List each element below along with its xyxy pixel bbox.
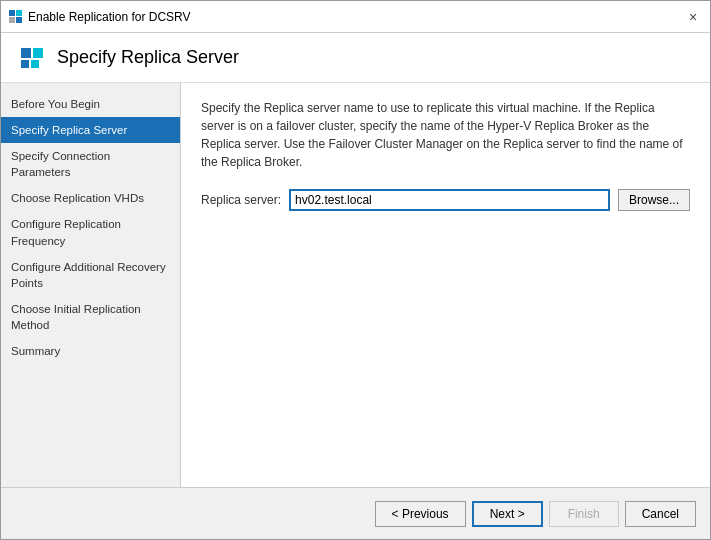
app-icon [9, 10, 22, 23]
title-bar-text: Enable Replication for DCSRV [28, 10, 191, 24]
title-bar: Enable Replication for DCSRV × [1, 1, 710, 33]
page-title: Specify Replica Server [57, 47, 239, 68]
dialog-body: Before You Begin Specify Replica Server … [1, 83, 710, 487]
title-bar-left: Enable Replication for DCSRV [9, 10, 191, 24]
replica-server-label: Replica server: [201, 193, 281, 207]
header-icon [21, 48, 43, 68]
replica-server-row: Replica server: Browse... [201, 189, 690, 211]
sidebar-item-configure-replication-frequency[interactable]: Configure Replication Frequency [1, 211, 180, 253]
cancel-button[interactable]: Cancel [625, 501, 696, 527]
close-button[interactable]: × [684, 8, 702, 26]
sidebar-item-specify-replica-server[interactable]: Specify Replica Server [1, 117, 180, 143]
next-button[interactable]: Next > [472, 501, 543, 527]
previous-button[interactable]: < Previous [375, 501, 466, 527]
sidebar-item-before-you-begin[interactable]: Before You Begin [1, 91, 180, 117]
dialog-header: Specify Replica Server [1, 33, 710, 83]
browse-button[interactable]: Browse... [618, 189, 690, 211]
description-text: Specify the Replica server name to use t… [201, 99, 690, 171]
dialog-window: Enable Replication for DCSRV × Specify R… [0, 0, 711, 540]
sidebar-item-specify-connection-parameters[interactable]: Specify Connection Parameters [1, 143, 180, 185]
sidebar-item-choose-initial-replication-method[interactable]: Choose Initial Replication Method [1, 296, 180, 338]
sidebar-item-choose-replication-vhds[interactable]: Choose Replication VHDs [1, 185, 180, 211]
sidebar: Before You Begin Specify Replica Server … [1, 83, 181, 487]
sidebar-item-configure-additional-recovery-points[interactable]: Configure Additional Recovery Points [1, 254, 180, 296]
sidebar-item-summary[interactable]: Summary [1, 338, 180, 364]
replica-server-input[interactable] [289, 189, 610, 211]
main-content: Specify the Replica server name to use t… [181, 83, 710, 487]
dialog-footer: < Previous Next > Finish Cancel [1, 487, 710, 539]
finish-button[interactable]: Finish [549, 501, 619, 527]
